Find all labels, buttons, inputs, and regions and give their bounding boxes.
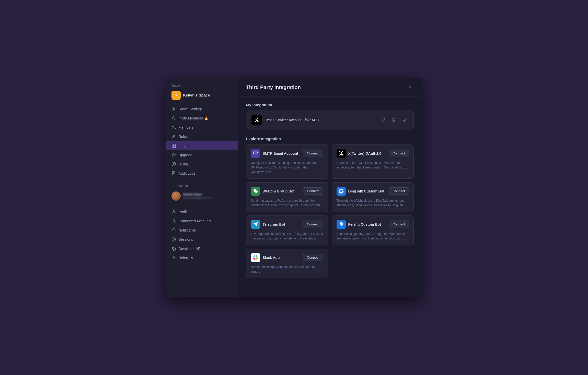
- svg-point-2: [172, 126, 174, 127]
- dingtalk-description: Through the Webhook of the DingTalk cust…: [337, 198, 409, 208]
- feishu-description: Send messages to groups through the Webh…: [337, 232, 409, 241]
- integration-card-dingtalk: DingTalk Custom Bot Connect Through the …: [332, 182, 414, 212]
- twitter-oauth-name: X(Twitter) OAuth2.0: [348, 151, 382, 155]
- integration-card-feishu-header: Feishu Custom Bot Connect: [337, 220, 409, 229]
- sidebar-item-upgrade-label: Upgrade: [179, 153, 192, 157]
- close-button[interactable]: ×: [407, 84, 414, 91]
- sidebar-item-members[interactable]: Members: [166, 123, 238, 132]
- sidebar-item-developer-api[interactable]: Developer API: [166, 244, 238, 253]
- feishu-icon: [337, 220, 346, 229]
- svg-rect-5: [172, 144, 173, 145]
- upgrade-icon: [171, 153, 176, 157]
- dingtalk-connect-button[interactable]: Connect: [389, 187, 409, 195]
- explore-integration-section-title: Explore Integration: [246, 137, 414, 141]
- sidebar-item-upgrade[interactable]: Upgrade: [166, 150, 238, 160]
- integration-card-telegram-left: Telegram Bot: [251, 220, 285, 229]
- sidebar-item-roles[interactable]: Roles: [166, 132, 238, 141]
- delete-button[interactable]: [390, 116, 398, 124]
- integration-card-dingtalk-left: DingTalk Custom Bot: [337, 187, 384, 196]
- sidebar-item-sessions[interactable]: Sessions: [166, 235, 238, 244]
- avatar: [171, 191, 181, 201]
- my-integration-actions: [379, 116, 408, 124]
- telegram-name: Telegram Bot: [263, 222, 285, 226]
- dingtalk-name: DingTalk Custom Bot: [348, 189, 384, 193]
- sidebar-item-referrals[interactable]: Referrals: [166, 253, 238, 262]
- sidebar-item-notification[interactable]: Notification: [166, 226, 238, 235]
- sidebar-item-connected-accounts[interactable]: Connected Accounts: [166, 216, 238, 226]
- sidebar-item-space-settings[interactable]: Space Settings: [166, 104, 238, 114]
- svg-point-14: [173, 239, 174, 240]
- feishu-name: Feishu Custom Bot: [348, 222, 381, 226]
- connected-accounts-icon: [171, 219, 176, 223]
- slack-name: Slack App: [263, 256, 280, 260]
- account-user-row: Kelvin Paen kelvin.pen@gmail.com: [171, 189, 233, 204]
- slack-connect-button[interactable]: Connect: [303, 254, 323, 261]
- sidebar-item-developer-api-label: Developer API: [179, 247, 202, 251]
- space-name: Kelvin's Space: [183, 93, 210, 97]
- integration-card-smtp: SMTP Email Account Connect Configure a c…: [246, 144, 328, 179]
- roles-icon: [171, 134, 176, 139]
- space-header: K Kelvin's Space: [166, 89, 238, 104]
- telegram-connect-button[interactable]: Connect: [303, 221, 323, 228]
- twitter-oauth-description: Connect to the Twitter account via OAuth…: [337, 161, 409, 170]
- sidebar-item-billing[interactable]: Billing: [166, 160, 238, 169]
- sidebar-item-members-label: Members: [179, 125, 193, 129]
- notification-icon: [171, 228, 176, 233]
- integration-card-telegram: Telegram Bot Connect Leverage the capabi…: [246, 215, 328, 245]
- dingtalk-icon: [337, 187, 346, 196]
- integration-card-slack-header: Slack App Connect: [251, 253, 323, 262]
- smtp-name: SMTP Email Account: [263, 151, 298, 155]
- integration-card-wecom-left: WeCom Group Bot: [251, 187, 295, 196]
- page-title: Third Party Integration: [246, 84, 301, 90]
- avatar-image: [171, 191, 181, 201]
- svg-rect-6: [174, 144, 175, 145]
- sidebar-item-audit-logs[interactable]: Audit Logs: [166, 169, 238, 178]
- sidebar-item-profile-label: Profile: [179, 210, 189, 214]
- sidebar-item-audit-logs-label: Audit Logs: [179, 171, 195, 175]
- integration-card-wecom-header: WeCom Group Bot Connect: [251, 187, 323, 196]
- sidebar-item-sessions-label: Sessions: [179, 237, 193, 241]
- smtp-connect-button[interactable]: Connect: [303, 150, 323, 157]
- slack-icon: [251, 253, 260, 262]
- sidebar-item-notification-label: Notification: [179, 228, 196, 232]
- account-info: Kelvin Paen kelvin.pen@gmail.com: [183, 192, 212, 199]
- sidebar-item-integrations[interactable]: Integrations: [166, 141, 238, 150]
- edit-button[interactable]: [379, 116, 387, 124]
- refresh-button[interactable]: [401, 116, 408, 124]
- account-nav: Profile Connected Accounts: [166, 207, 238, 262]
- twitter-oauth-connect-button[interactable]: Connect: [389, 150, 409, 157]
- smtp-description: Configure a custom sending email based o…: [251, 161, 323, 174]
- sidebar-divider: [166, 181, 238, 181]
- integration-card-slack-left: Slack App: [251, 253, 280, 262]
- svg-point-4: [173, 135, 174, 136]
- svg-point-1: [172, 116, 174, 118]
- integration-card-slack: Slack App Connect Use the Incoming Webho…: [246, 249, 328, 278]
- sidebar-item-profile[interactable]: Profile: [166, 207, 238, 216]
- svg-rect-7: [172, 146, 173, 147]
- main-content: Third Party Integration × My Integration…: [238, 78, 422, 297]
- account-email: kelvin.pen@gmail.com: [183, 196, 212, 199]
- profile-icon: [171, 210, 176, 214]
- svg-rect-8: [174, 146, 175, 147]
- telegram-icon: [251, 220, 260, 229]
- billing-icon: [171, 162, 176, 166]
- space-avatar: K: [171, 91, 181, 100]
- wecom-connect-button[interactable]: Connect: [303, 187, 323, 195]
- sidebar-item-space-settings-label: Space Settings: [179, 107, 203, 111]
- main-body: My Integration Testing Twitter Account -…: [238, 96, 422, 297]
- integration-card-feishu-left: Feishu Custom Bot: [337, 220, 381, 229]
- account-name: Kelvin Paen: [183, 192, 212, 196]
- svg-point-0: [173, 108, 174, 110]
- sidebar-item-roles-label: Roles: [179, 135, 188, 139]
- sidebar-item-invite-members[interactable]: Invite Members 🔥: [166, 114, 238, 123]
- account-section: Account Kelvin Paen kelvin.pen@gmail.com: [166, 184, 238, 207]
- main-header: Third Party Integration ×: [238, 78, 422, 96]
- integration-card-smtp-header: SMTP Email Account Connect: [251, 149, 323, 158]
- integration-card-twitter-left: X(Twitter) OAuth2.0: [337, 149, 382, 158]
- settings-modal: Space K Kelvin's Space Space Settings: [166, 78, 422, 297]
- feishu-connect-button[interactable]: Connect: [389, 221, 409, 228]
- sidebar-item-connected-accounts-label: Connected Accounts: [179, 219, 211, 223]
- wecom-name: WeCom Group Bot: [263, 189, 295, 193]
- integration-card-twitter-header: X(Twitter) OAuth2.0 Connect: [337, 149, 409, 158]
- sidebar-item-integrations-label: Integrations: [179, 144, 197, 148]
